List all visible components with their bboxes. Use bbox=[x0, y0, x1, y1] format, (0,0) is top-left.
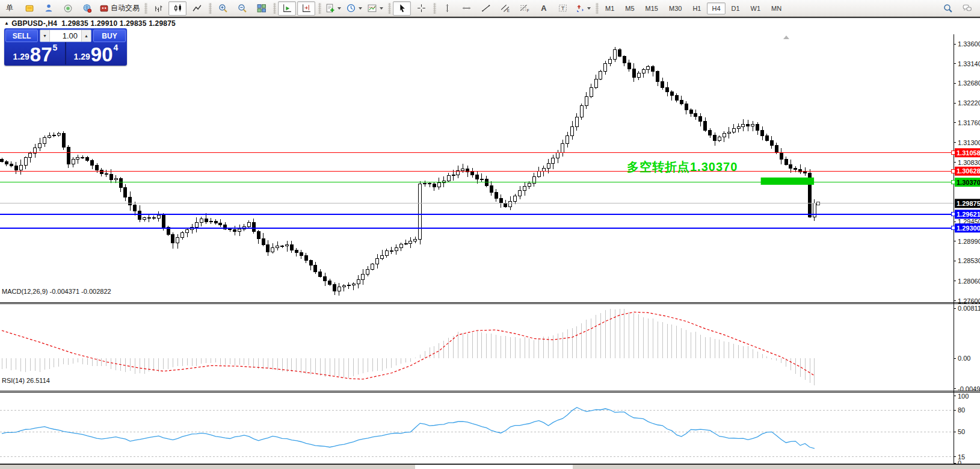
favorites-button[interactable] bbox=[78, 1, 96, 16]
toolbar-grip bbox=[209, 3, 212, 14]
svg-text:1.28060: 1.28060 bbox=[958, 278, 980, 285]
price-axis[interactable]: 1.336001.331401.326801.322201.317601.313… bbox=[952, 34, 980, 467]
orb-icon bbox=[63, 3, 73, 13]
sell-price[interactable]: 1.29875 bbox=[5, 42, 65, 64]
svg-text:1.31300: 1.31300 bbox=[958, 139, 980, 146]
profile-button[interactable] bbox=[39, 1, 57, 16]
tf-h4-button[interactable]: H4 bbox=[707, 2, 725, 14]
svg-text:-0.004986: -0.004986 bbox=[958, 385, 980, 393]
tf-m5-button[interactable]: M5 bbox=[620, 2, 639, 14]
volume-down-button[interactable]: ▼ bbox=[40, 30, 50, 42]
channel-button[interactable]: E bbox=[496, 1, 514, 16]
rsi-level-lines bbox=[0, 410, 954, 456]
chevron-down-icon[interactable] bbox=[380, 7, 383, 10]
chevron-down-icon[interactable] bbox=[587, 7, 591, 10]
bottom-strip bbox=[0, 465, 980, 469]
chart-window[interactable]: 29 Jan 201931 Jan 00:001 Feb 08:004 Feb … bbox=[0, 17, 980, 465]
tf-w1-button[interactable]: W1 bbox=[746, 2, 766, 14]
ohlc-values: 1.29835 1.29910 1.29835 1.29875 bbox=[61, 19, 176, 28]
volume-input[interactable]: 1.00 bbox=[50, 30, 81, 42]
expand-triangle-icon[interactable]: ▲ bbox=[4, 20, 9, 26]
chat-icon bbox=[962, 3, 972, 13]
macd-indicator-label: MACD(12,26,9) -0.004371 -0.002822 bbox=[2, 288, 111, 295]
horizontal-line-button[interactable] bbox=[457, 1, 475, 16]
svg-text:1.29621: 1.29621 bbox=[957, 211, 980, 218]
svg-text:1.27600: 1.27600 bbox=[958, 297, 980, 305]
buy-price[interactable]: 1.29904 bbox=[66, 42, 126, 64]
tf-d1-button[interactable]: D1 bbox=[727, 2, 745, 14]
arrows-button[interactable] bbox=[573, 1, 593, 16]
tile-windows-button[interactable] bbox=[252, 1, 270, 16]
ohlc-header: ▲GBPUSD-,H4 1.29835 1.29910 1.29835 1.29… bbox=[4, 19, 176, 28]
search-icon bbox=[943, 3, 953, 13]
vertical-line-button[interactable] bbox=[438, 1, 456, 16]
indicators-button[interactable] bbox=[323, 1, 343, 16]
current-price-marker bbox=[817, 202, 820, 205]
text-button[interactable]: A bbox=[534, 1, 552, 16]
templates-button[interactable] bbox=[365, 1, 385, 16]
auto-trading-button[interactable]: 自动交易 bbox=[97, 1, 141, 16]
clock-icon bbox=[346, 3, 356, 13]
tile-icon bbox=[256, 3, 267, 13]
tf-m1-button[interactable]: M1 bbox=[600, 2, 619, 14]
sell-button[interactable]: SELL bbox=[5, 30, 38, 42]
svg-text:80: 80 bbox=[958, 406, 965, 414]
yellowbox-icon bbox=[24, 3, 34, 13]
toolbar-grip bbox=[596, 3, 599, 14]
chart-window-top-border bbox=[0, 17, 980, 18]
auto-scroll-button[interactable] bbox=[278, 1, 296, 16]
svg-text:1.31760: 1.31760 bbox=[958, 119, 980, 126]
svg-text:A: A bbox=[541, 4, 546, 13]
tf-m30-button[interactable]: M30 bbox=[664, 2, 686, 14]
fibo-icon: F bbox=[519, 3, 529, 13]
tf-mn-button[interactable]: MN bbox=[766, 2, 786, 14]
trendline-button[interactable] bbox=[476, 1, 495, 16]
template-icon bbox=[367, 3, 377, 13]
volume-up-button[interactable]: ▲ bbox=[81, 30, 91, 42]
auto-trading-button-label: 自动交易 bbox=[111, 3, 140, 13]
tf-m30-button-label: M30 bbox=[669, 5, 682, 12]
bar-chart-button[interactable] bbox=[149, 1, 167, 16]
pane-separators bbox=[0, 302, 980, 393]
person-icon bbox=[43, 3, 54, 13]
svg-text:1.29300: 1.29300 bbox=[957, 225, 980, 232]
zoom-out-button[interactable] bbox=[233, 1, 251, 16]
search-button[interactable] bbox=[938, 1, 957, 16]
toolbar-grip bbox=[318, 3, 321, 14]
candles-icon bbox=[173, 3, 183, 13]
svg-text:1.30628: 1.30628 bbox=[957, 167, 980, 175]
svg-text:1.32680: 1.32680 bbox=[958, 79, 980, 87]
chevron-down-icon[interactable] bbox=[337, 7, 341, 10]
line-chart-button[interactable] bbox=[188, 1, 206, 16]
chevron-down-icon[interactable] bbox=[359, 7, 362, 10]
bars-icon bbox=[153, 3, 164, 13]
green-highlight-rect[interactable] bbox=[761, 178, 814, 185]
svg-text:1.30370: 1.30370 bbox=[957, 179, 980, 186]
svg-text:1.30830: 1.30830 bbox=[958, 159, 980, 166]
tf-m15-button[interactable]: M15 bbox=[641, 2, 663, 14]
bottom-strip-highlight bbox=[415, 465, 573, 469]
chart-canvas[interactable]: 29 Jan 201931 Jan 00:001 Feb 08:004 Feb … bbox=[0, 34, 980, 469]
new-order-button[interactable]: 单 bbox=[1, 1, 19, 16]
news-button[interactable] bbox=[58, 1, 76, 16]
pivot-annotation-text[interactable]: 多空转折点1.30370 bbox=[627, 159, 738, 175]
chart-shift-marker[interactable] bbox=[783, 36, 789, 39]
crosshair-button[interactable] bbox=[412, 1, 430, 16]
buy-button[interactable]: BUY bbox=[93, 30, 126, 42]
cursor-button[interactable] bbox=[393, 1, 411, 16]
label-button[interactable]: T bbox=[553, 1, 572, 16]
svg-text:T: T bbox=[561, 5, 564, 11]
autoscroll-icon bbox=[282, 3, 292, 13]
candlestick-button[interactable] bbox=[168, 1, 186, 16]
texta-icon: A bbox=[538, 3, 549, 13]
chart-shift-button[interactable] bbox=[297, 1, 315, 16]
tf-m1-button-label: M1 bbox=[605, 5, 614, 12]
svg-text:1.33600: 1.33600 bbox=[958, 40, 980, 48]
zoom-in-button[interactable] bbox=[214, 1, 232, 16]
periods-button[interactable] bbox=[344, 1, 364, 16]
chat-button[interactable] bbox=[958, 1, 976, 16]
tf-h1-button[interactable]: H1 bbox=[688, 2, 706, 14]
macd-histogram bbox=[2, 309, 815, 385]
charts-button[interactable] bbox=[20, 1, 38, 16]
fibonacci-button[interactable]: F bbox=[515, 1, 533, 16]
